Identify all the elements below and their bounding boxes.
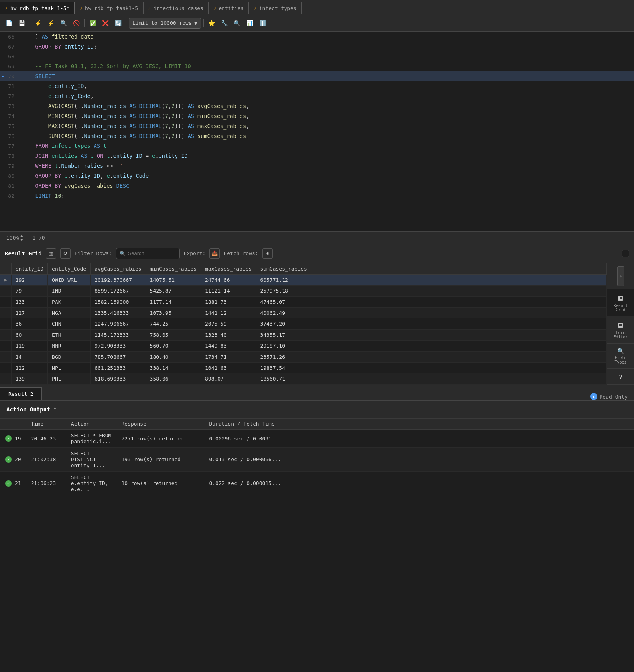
cell-entity-id: 139 <box>11 373 47 385</box>
table-row[interactable]: ▶ 192 OWID_WRL 20192.370667 14075.51 247… <box>0 275 607 286</box>
cell-avg-cases: 972.903333 <box>91 340 146 352</box>
line-num-73: 73 <box>0 102 21 111</box>
action-num: ✓ 20 <box>0 448 26 472</box>
table-row[interactable]: 60 ETH 1145.172333 758.05 1323.40 34355.… <box>0 329 607 340</box>
th-entity-id[interactable]: entity_ID <box>11 263 47 275</box>
table-row[interactable]: 36 CHN 1247.906667 744.25 2075.59 37437.… <box>0 318 607 330</box>
tab-infectious-cases[interactable]: ⚡ infectious_cases <box>143 2 209 14</box>
tab-hw-rdb-fp-task-active[interactable]: ⚡ hw_rdb_fp_task_1-5* <box>0 2 75 14</box>
cell-empty <box>311 297 606 308</box>
form-editor-label: FormEditor <box>613 330 628 339</box>
code-line-76: 76 SUM(CAST(t.Number_rabies AS DECIMAL(7… <box>0 131 634 141</box>
table-row[interactable]: 133 PAK 1582.169000 1177.14 1881.73 4746… <box>0 297 607 308</box>
cell-avg-cases: 1582.169000 <box>91 297 146 308</box>
expand-sidebar-button[interactable]: › <box>617 266 624 286</box>
save-button[interactable]: 💾 <box>16 18 27 29</box>
cell-max-cases: 24744.66 <box>201 275 256 286</box>
line-num-70: •70 <box>0 72 21 81</box>
search-box[interactable]: 🔍 <box>116 248 180 259</box>
line-num-80: 80 <box>0 171 21 181</box>
line-content-78: JOIN entities AS e ON t.entity_ID = e.en… <box>21 151 634 161</box>
th-avg-cases[interactable]: avgCases_rabies <box>91 263 146 275</box>
info-button[interactable]: ℹ️ <box>257 18 268 29</box>
code-editor[interactable]: 66 ) AS filtered_data 67 GROUP BY entity… <box>0 32 634 231</box>
tab-icon-active: ⚡ <box>5 6 8 11</box>
commit-button[interactable]: ✅ <box>87 18 98 29</box>
sidebar-item-form-editor[interactable]: ▤ FormEditor <box>607 316 634 344</box>
cell-sum-cases: 37437.20 <box>256 318 311 330</box>
row-indicator <box>0 285 12 297</box>
table-row[interactable]: 119 MMR 972.903333 560.70 1449.83 29187.… <box>0 340 607 352</box>
select-all-checkbox[interactable] <box>622 250 629 257</box>
tab-entities[interactable]: ⚡ entities <box>209 2 249 14</box>
execute-all-button[interactable]: ⚡ <box>45 18 56 29</box>
form-editor-icon: ▤ <box>618 320 623 329</box>
tab-label-2: infectious_cases <box>154 5 203 11</box>
table-row[interactable]: 79 IND 8599.172667 5425.87 11121.14 2579… <box>0 285 607 297</box>
cell-entity-code: PAK <box>48 297 91 308</box>
line-num-67: 67 <box>0 42 21 52</box>
th-entity-code[interactable]: entity_Code <box>48 263 91 275</box>
star-button[interactable]: ⭐ <box>206 18 217 29</box>
result-tab-2[interactable]: Result 2 <box>0 387 42 400</box>
grid-view-button[interactable]: ▦ <box>46 248 56 259</box>
cell-sum-cases: 18560.71 <box>256 373 311 385</box>
action-response: 10 row(s) returned <box>116 472 204 495</box>
tab-hw-rdb-fp-task1[interactable]: ⚡ hw_rdb_fp_task1-5 <box>75 2 143 14</box>
tab-infect-types[interactable]: ⚡ infect_types <box>249 2 302 14</box>
limit-label: Limit to 10000 rows <box>132 20 192 26</box>
cell-sum-cases: 257975.18 <box>256 285 311 297</box>
table-row[interactable]: 127 NGA 1335.416333 1073.95 1441.12 4006… <box>0 307 607 318</box>
line-content-72: e.entity_Code, <box>21 91 634 101</box>
sidebar-item-more[interactable]: ∨ <box>607 369 634 385</box>
execute-button[interactable]: ⚡ <box>32 18 43 29</box>
more-icon: ∨ <box>619 373 623 380</box>
format-button[interactable]: 📊 <box>244 18 256 29</box>
table-row[interactable]: 14 BGD 785.708667 180.40 1734.71 23571.2… <box>0 352 607 363</box>
row-indicator <box>0 340 12 352</box>
sidebar-item-field-types[interactable]: 🔍 FieldTypes <box>607 344 634 369</box>
action-table: Time Action Response Duration / Fetch Ti… <box>0 418 634 495</box>
table-row[interactable]: 139 PHL 618.690333 358.06 898.07 18560.7… <box>0 373 607 385</box>
new-file-button[interactable]: 📄 <box>3 18 14 29</box>
zoom-control[interactable]: 100% ▲▼ <box>6 233 23 242</box>
action-time: 21:06:23 <box>26 472 66 495</box>
sidebar-item-result-grid[interactable]: ▦ ResultGrid <box>607 289 634 316</box>
result-table: entity_ID entity_Code avgCases_rabies mi… <box>0 263 607 385</box>
code-line-68: 68 <box>0 52 634 61</box>
cell-min-cases: 358.06 <box>146 373 201 385</box>
action-duration: 0.022 sec / 0.000015... <box>204 472 634 495</box>
th-action-duration: Duration / Fetch Time <box>204 419 634 430</box>
refresh-grid-button[interactable]: ↻ <box>60 248 71 259</box>
zoom-up-icon[interactable]: ▲▼ <box>20 233 23 242</box>
th-max-cases[interactable]: maxCases_rabies <box>201 263 256 275</box>
cell-max-cases: 898.07 <box>201 373 256 385</box>
code-line-75: 75 MAX(CAST(t.Number_rabies AS DECIMAL(7… <box>0 121 634 131</box>
stop-button[interactable]: 🔍 <box>58 18 69 29</box>
th-sum-cases[interactable]: sumCases_rabies <box>256 263 311 275</box>
action-text: SELECT * FROM pandemic.i... <box>66 430 116 448</box>
action-duration: 0.00096 sec / 0.0091... <box>204 430 634 448</box>
rollback-button[interactable]: ❌ <box>100 18 111 29</box>
code-line-66: 66 ) AS filtered_data <box>0 32 634 42</box>
code-line-67: 67 GROUP BY entity_ID; <box>0 42 634 52</box>
table-row[interactable]: 122 NPL 661.251333 338.14 1041.63 19837.… <box>0 362 607 373</box>
cell-entity-code: MMR <box>48 340 91 352</box>
cell-avg-cases: 785.708667 <box>91 352 146 363</box>
export-button[interactable]: 📤 <box>209 248 220 259</box>
limit-dropdown[interactable]: Limit to 10000 rows ▼ <box>129 18 201 29</box>
line-content-79: WHERE t.Number_rabies <> '' <box>21 161 634 171</box>
beautify-button[interactable]: 🔧 <box>219 18 230 29</box>
fetch-rows-button[interactable]: ⊞ <box>262 248 273 259</box>
tab-label-active: hw_rdb_fp_task_1-5* <box>10 5 70 11</box>
th-min-cases[interactable]: minCases_rabies <box>146 263 201 275</box>
stop-all-button[interactable]: 🚫 <box>71 18 82 29</box>
cell-max-cases: 1734.71 <box>201 352 256 363</box>
search-input[interactable] <box>128 250 176 256</box>
refresh-button[interactable]: 🔄 <box>112 18 124 29</box>
cell-sum-cases: 605771.12 <box>256 275 311 286</box>
find-button[interactable]: 🔍 <box>232 18 243 29</box>
tab-bar: ⚡ hw_rdb_fp_task_1-5* ⚡ hw_rdb_fp_task1-… <box>0 0 634 14</box>
zoom-value: 100% <box>6 235 19 241</box>
action-output-expand-icon[interactable]: ⌃ <box>53 406 57 413</box>
